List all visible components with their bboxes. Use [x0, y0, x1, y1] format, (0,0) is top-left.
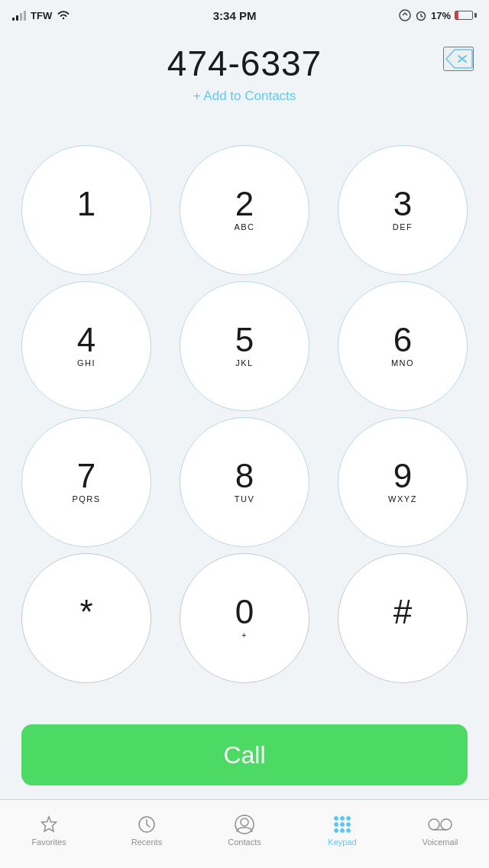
wifi-icon [57, 10, 70, 21]
svg-point-9 [341, 823, 345, 827]
svg-point-5 [335, 817, 338, 821]
svg-point-10 [347, 823, 351, 827]
alarm-icon [415, 9, 427, 21]
status-right: 17% [399, 9, 477, 21]
dialpad-row-1: 4GHI5JKL6MNO [21, 281, 468, 411]
phone-number: 474-6337 [46, 43, 443, 84]
dial-letters-4: GHI [77, 358, 96, 369]
dial-button-1[interactable]: 1 [21, 145, 151, 275]
dial-digit-*: * [79, 595, 92, 629]
dial-button-9[interactable]: 9WXYZ [338, 417, 468, 547]
keypad-tab-label: Keypad [328, 837, 356, 847]
svg-point-8 [335, 823, 338, 827]
dial-digit-6: 6 [393, 323, 412, 357]
tab-keypad[interactable]: Keypad [304, 814, 381, 847]
backspace-icon [445, 48, 472, 70]
dial-letters-7: PQRS [72, 494, 100, 505]
svg-point-13 [347, 829, 351, 833]
battery-icon [455, 11, 477, 20]
dialpad: 12ABC3DEF4GHI5JKL6MNO7PQRS8TUV9WXYZ*0+# [0, 115, 489, 714]
status-bar: TFW 3:34 PM 17% [0, 0, 489, 31]
keypad-icon [332, 814, 353, 835]
dial-digit-3: 3 [393, 187, 412, 221]
svg-point-14 [429, 819, 439, 830]
dial-digit-#: # [393, 595, 412, 629]
svg-point-15 [441, 819, 452, 830]
signal-bars-icon [12, 10, 26, 21]
svg-point-7 [347, 817, 351, 821]
add-contacts-area: + Add to Contacts [0, 87, 489, 115]
call-area: Call [0, 714, 489, 799]
dial-button-0[interactable]: 0+ [180, 553, 309, 683]
delete-button[interactable] [443, 47, 474, 71]
dial-button-5[interactable]: 5JKL [180, 281, 309, 411]
dial-letters-9: WXYZ [388, 494, 417, 505]
add-to-contacts-button[interactable]: + Add to Contacts [193, 89, 296, 103]
dial-button-8[interactable]: 8TUV [180, 417, 309, 547]
dial-button-7[interactable]: 7PQRS [21, 417, 151, 547]
tab-voicemail[interactable]: Voicemail [402, 814, 478, 847]
dial-letters-3: DEF [393, 222, 413, 233]
svg-point-12 [341, 829, 345, 833]
dialpad-row-0: 12ABC3DEF [21, 145, 468, 275]
tab-bar: Favorites Recents Contacts [0, 799, 489, 868]
favorites-icon [38, 814, 60, 835]
favorites-tab-label: Favorites [31, 837, 66, 847]
contacts-tab-label: Contacts [228, 837, 261, 847]
dial-button-3[interactable]: 3DEF [338, 145, 468, 275]
dial-digit-5: 5 [235, 323, 254, 357]
dial-button-#[interactable]: # [338, 553, 468, 683]
dial-button-2[interactable]: 2ABC [180, 145, 309, 275]
dial-digit-8: 8 [235, 459, 254, 493]
dial-digit-7: 7 [77, 459, 96, 493]
dial-letters-8: TUV [235, 494, 255, 505]
dial-letters-5: JKL [235, 358, 253, 369]
dial-digit-2: 2 [235, 187, 254, 221]
contacts-icon [234, 814, 255, 835]
svg-point-11 [335, 829, 338, 833]
recents-icon [136, 814, 157, 835]
tab-contacts[interactable]: Contacts [206, 814, 283, 847]
status-time: 3:34 PM [213, 9, 257, 22]
phone-display: 474-6337 [0, 31, 489, 87]
svg-point-3 [241, 818, 248, 826]
dial-digit-4: 4 [77, 323, 96, 357]
dial-letters-2: ABC [234, 222, 254, 233]
dial-digit-9: 9 [393, 459, 412, 493]
call-button[interactable]: Call [21, 724, 468, 785]
svg-point-0 [400, 10, 410, 21]
voicemail-icon [429, 814, 451, 835]
call-label: Call [223, 741, 265, 769]
dial-button-*[interactable]: * [21, 553, 151, 683]
carrier-label: TFW [31, 10, 52, 21]
dial-button-6[interactable]: 6MNO [338, 281, 468, 411]
dial-letters-6: MNO [391, 358, 414, 369]
tab-favorites[interactable]: Favorites [11, 814, 87, 847]
dial-digit-1: 1 [77, 187, 96, 221]
voicemail-tab-label: Voicemail [422, 837, 458, 847]
status-left: TFW [12, 10, 70, 21]
lock-rotation-icon [399, 9, 411, 21]
svg-point-6 [341, 817, 345, 821]
tab-recents[interactable]: Recents [108, 814, 185, 847]
battery-percent: 17% [431, 10, 451, 21]
dialpad-row-3: *0+# [21, 553, 468, 683]
dial-letters-0: + [241, 630, 248, 641]
dial-button-4[interactable]: 4GHI [21, 281, 151, 411]
dial-digit-0: 0 [235, 595, 254, 629]
recents-tab-label: Recents [131, 837, 162, 847]
dialpad-row-2: 7PQRS8TUV9WXYZ [21, 417, 468, 547]
